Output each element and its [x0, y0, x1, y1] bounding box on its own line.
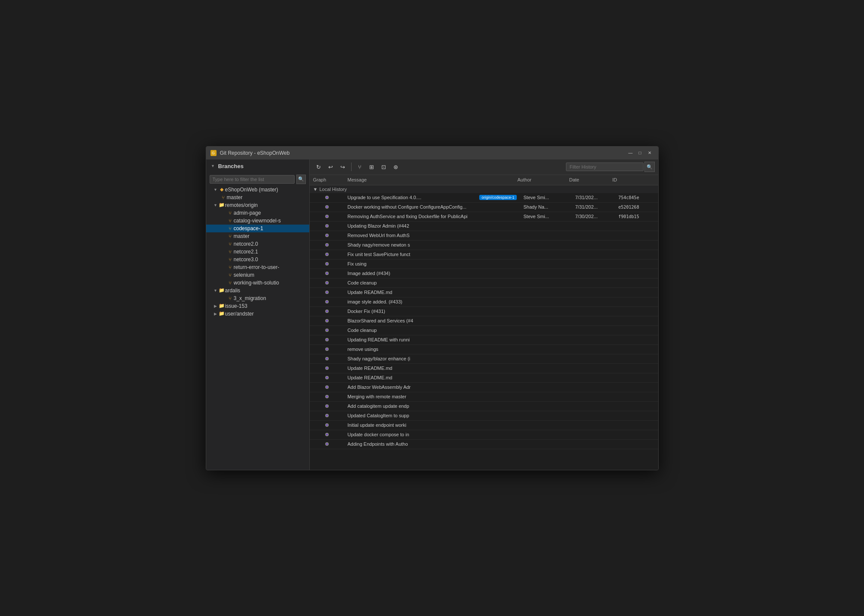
- tree-item-issue-153[interactable]: ▶ 📁 issue-153: [206, 302, 309, 310]
- history-row[interactable]: Update docker compose to in: [310, 430, 658, 440]
- history-row[interactable]: Docker Fix (#431): [310, 307, 658, 316]
- history-row[interactable]: Docker working without Configure Configu…: [310, 203, 658, 212]
- graph-col-26: [310, 439, 344, 449]
- history-row[interactable]: Update README.md: [310, 288, 658, 297]
- graph-col-2: [310, 212, 344, 221]
- history-row[interactable]: Updating README with runni: [310, 335, 658, 345]
- history-header: Graph Message Author Date ID: [310, 175, 658, 185]
- history-row[interactable]: Code cleanup: [310, 326, 658, 335]
- history-row[interactable]: Removing AuthService and fixing Dockerfi…: [310, 212, 658, 222]
- history-row[interactable]: Code cleanup: [310, 278, 658, 288]
- history-row[interactable]: image style added. (#433): [310, 297, 658, 307]
- history-row[interactable]: Merging with remote master: [310, 392, 658, 402]
- history-row[interactable]: Updating Blazor Admin (#442: [310, 222, 658, 231]
- search-button[interactable]: 🔍: [296, 175, 306, 184]
- app-icon: G: [211, 150, 217, 156]
- filter-search-button[interactable]: 🔍: [644, 162, 655, 172]
- graph-col-23: [310, 411, 344, 420]
- commit-message-24: Initial update endpoint worki: [348, 422, 517, 428]
- grid-button-2[interactable]: ⊡: [378, 161, 390, 172]
- title-bar: G Git Repository - eShopOnWeb — □ ✕: [206, 147, 658, 159]
- message-col-4: Removed WebUrl from AuthS: [344, 233, 520, 238]
- history-row[interactable]: Fix unit test SavePicture funct: [310, 250, 658, 260]
- history-row[interactable]: Updated CatalogItem to supp: [310, 411, 658, 421]
- branch-icon-netcore21: ⑂: [227, 249, 234, 254]
- branch-icon-master: ⑂: [220, 195, 227, 200]
- history-row[interactable]: Image added (#434): [310, 269, 658, 278]
- graph-col-13: [310, 316, 344, 325]
- history-list[interactable]: Upgrade to use Specification 4.0....orig…: [310, 193, 658, 470]
- graph-col-6: [310, 250, 344, 259]
- settings-button[interactable]: ⊛: [390, 161, 402, 172]
- message-col-16: remove usings: [344, 347, 520, 352]
- commit-dot-26: [325, 442, 329, 446]
- history-row[interactable]: BlazorShared and Services (#4: [310, 316, 658, 326]
- tree-item-3x-migration[interactable]: ⑂ 3_x_migration: [206, 294, 309, 302]
- history-row[interactable]: Shady nagy/remove newton s: [310, 241, 658, 250]
- commit-dot-16: [325, 347, 329, 351]
- history-row[interactable]: Removed WebUrl from AuthS: [310, 231, 658, 241]
- collapse-arrow[interactable]: ▼: [211, 164, 216, 168]
- tree-item-admin-page[interactable]: ⑂ admin-page: [206, 209, 309, 217]
- tree-item-catalog-viewmodel[interactable]: ⑂ catalog-viewmodel-s: [206, 217, 309, 225]
- tree-item-user-andster[interactable]: ▶ 📁 user/andster: [206, 310, 309, 318]
- col-header-date: Date: [566, 177, 609, 182]
- title-bar-left: G Git Repository - eShopOnWeb: [211, 150, 290, 156]
- message-col-20: Add Blazor WebAssembly Adr: [344, 385, 520, 390]
- branch-icon-selenium: ⑂: [227, 272, 234, 278]
- graph-col-9: [310, 278, 344, 288]
- tree-item-return-error[interactable]: ⑂ return-error-to-user-: [206, 263, 309, 271]
- tree-label-netcore20: netcore2.0: [234, 241, 309, 247]
- commit-dot-3: [325, 224, 329, 228]
- history-row[interactable]: Fix using: [310, 260, 658, 269]
- tree-item-remotes-origin[interactable]: ▼ 📁 remotes/origin: [206, 201, 309, 209]
- history-row[interactable]: Shady nagy/blazor enhance (i: [310, 354, 658, 364]
- root-icon: ◆: [218, 187, 225, 192]
- commit-dot-20: [325, 385, 329, 389]
- tree-item-master2[interactable]: ⑂ master: [206, 232, 309, 240]
- graph-col-1: [310, 202, 344, 212]
- filter-history-input[interactable]: [566, 163, 644, 171]
- commit-message-23: Updated CatalogItem to supp: [348, 413, 517, 418]
- maximize-button[interactable]: □: [636, 149, 644, 157]
- branch-icon-working-with: ⑂: [227, 280, 234, 285]
- tree-item-working-with[interactable]: ⑂ working-with-solutio: [206, 279, 309, 287]
- tree-item-netcore21[interactable]: ⑂ netcore2.1: [206, 248, 309, 256]
- minimize-button[interactable]: —: [626, 149, 635, 157]
- close-button[interactable]: ✕: [645, 149, 654, 157]
- redo-button[interactable]: ↪: [337, 161, 349, 172]
- history-row[interactable]: Adding Endpoints with Autho: [310, 440, 658, 449]
- message-col-5: Shady nagy/remove newton s: [344, 242, 520, 247]
- message-col-9: Code cleanup: [344, 280, 520, 285]
- search-input[interactable]: [210, 175, 295, 184]
- history-row[interactable]: remove usings: [310, 345, 658, 354]
- message-col-21: Merging with remote master: [344, 394, 520, 399]
- commit-message-20: Add Blazor WebAssembly Adr: [348, 385, 517, 390]
- history-row[interactable]: Upgrade to use Specification 4.0....orig…: [310, 193, 658, 203]
- commit-message-2: Removing AuthService and fixing Dockerfi…: [348, 214, 517, 219]
- tree-item-netcore30[interactable]: ⑂ netcore3.0: [206, 256, 309, 263]
- refresh-button[interactable]: ↻: [313, 161, 324, 172]
- tree-item-netcore20[interactable]: ⑂ netcore2.0: [206, 240, 309, 248]
- history-row[interactable]: Update README.md: [310, 364, 658, 373]
- collapse-arrow-remotes: ▼: [213, 203, 218, 207]
- history-row[interactable]: Update README.md: [310, 373, 658, 383]
- history-row[interactable]: Initial update endpoint worki: [310, 421, 658, 430]
- tree-item-ardalis[interactable]: ▼ 📁 ardalis: [206, 287, 309, 294]
- undo-button[interactable]: ↩: [325, 161, 336, 172]
- branch-tree: ▼ ◆ eShopOnWeb (master) ⑂ master ▼ 📁 rem: [206, 186, 309, 470]
- tree-item-master[interactable]: ⑂ master: [206, 194, 309, 201]
- commit-dot-6: [325, 253, 329, 256]
- history-row[interactable]: Add Blazor WebAssembly Adr: [310, 383, 658, 392]
- commit-message-7: Fix using: [348, 261, 517, 266]
- history-row[interactable]: Add catalogitem update endp: [310, 402, 658, 411]
- tree-item-eshop-root[interactable]: ▼ ◆ eShopOnWeb (master): [206, 186, 309, 194]
- commit-message-10: Update README.md: [348, 290, 517, 295]
- commit-message-21: Merging with remote master: [348, 394, 517, 399]
- branch-button[interactable]: ⑂: [354, 161, 365, 172]
- tree-label-selenium: selenium: [234, 272, 309, 278]
- tree-item-selenium[interactable]: ⑂ selenium: [206, 271, 309, 279]
- tree-item-codespace-1[interactable]: ⑂ codespace-1: [206, 225, 309, 232]
- sidebar-search: 🔍: [206, 173, 309, 186]
- grid-button-1[interactable]: ⊞: [366, 161, 377, 172]
